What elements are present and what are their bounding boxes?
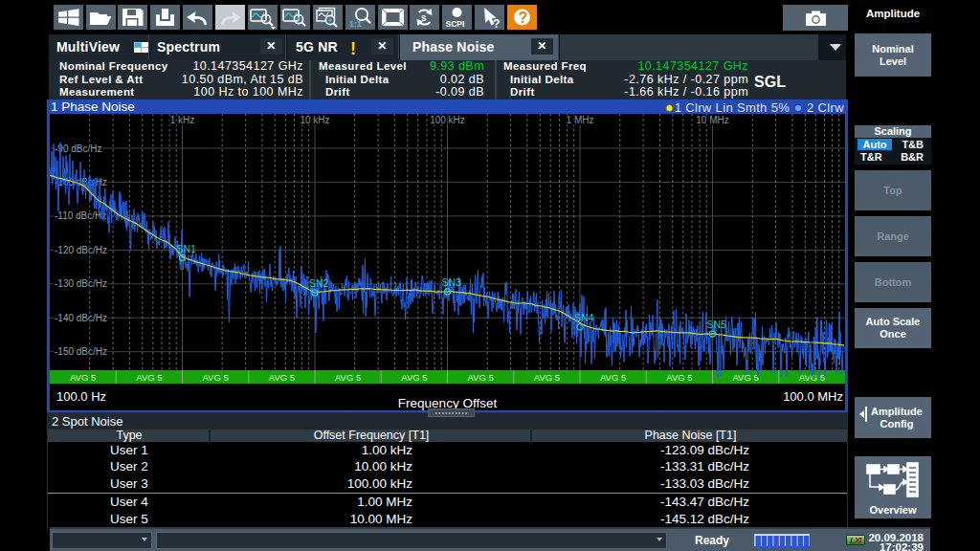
svg-text:10 MHz: 10 MHz	[696, 115, 728, 125]
svg-text:SN2: SN2	[309, 277, 329, 289]
svg-text:1:1: 1:1	[349, 19, 362, 29]
svg-text:AVG 5: AVG 5	[269, 371, 295, 382]
svg-text:AVG 5: AVG 5	[534, 371, 560, 382]
svg-text:SCPI: SCPI	[446, 19, 465, 29]
svg-text:AVG 5: AVG 5	[202, 371, 228, 382]
svg-text:s: s	[421, 12, 427, 23]
svg-text:-150 dBc/Hz: -150 dBc/Hz	[55, 346, 107, 357]
svg-text:-130 dBc/Hz: -130 dBc/Hz	[55, 278, 107, 289]
svg-text:10 kHz: 10 kHz	[300, 115, 329, 125]
svg-text:1 kHz: 1 kHz	[170, 115, 195, 125]
svg-text:SN3: SN3	[442, 276, 462, 288]
svg-text:100 kHz: 100 kHz	[430, 115, 465, 125]
svg-text:AVG 5: AVG 5	[136, 371, 162, 382]
svg-text:1 MHz: 1 MHz	[567, 115, 594, 125]
svg-text:-120 dBc/Hz: -120 dBc/Hz	[55, 244, 107, 254]
svg-text:SN4: SN4	[574, 311, 594, 322]
svg-text:SN1: SN1	[177, 242, 197, 253]
svg-text:AVG 5: AVG 5	[335, 371, 361, 382]
svg-text:?: ?	[519, 10, 528, 26]
svg-text:-140 dBc/Hz: -140 dBc/Hz	[55, 312, 107, 322]
svg-text:?: ?	[493, 17, 500, 30]
svg-text:-90 dBc/Hz: -90 dBc/Hz	[55, 143, 101, 153]
svg-text:AVG 5: AVG 5	[467, 371, 493, 382]
svg-text:AVG 5: AVG 5	[666, 371, 692, 382]
svg-text:AVG 5: AVG 5	[401, 371, 427, 382]
svg-text:AVG 5: AVG 5	[600, 371, 626, 382]
svg-text:SN5: SN5	[707, 319, 727, 330]
svg-text:AVG 5: AVG 5	[732, 371, 758, 382]
svg-text:AVG 5: AVG 5	[70, 371, 96, 382]
